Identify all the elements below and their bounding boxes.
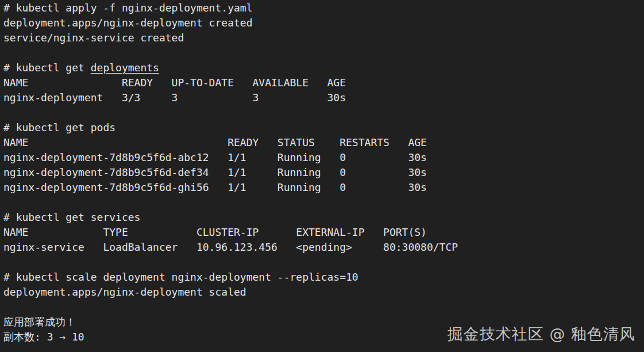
output-deployment-created: deployment.apps/nginx-deployment created (3, 16, 644, 30)
output-service-created: service/nginx-service created (3, 30, 644, 45)
watermark: 掘金技术社区 @ 釉色清风 (448, 324, 635, 345)
services-table-header: NAME TYPE CLUSTER-IP EXTERNAL-IP PORT(S) (3, 225, 644, 240)
command-apply: # kubectl apply -f nginx-deployment.yaml (3, 1, 644, 16)
blank-line (3, 195, 644, 210)
blank-line (3, 300, 644, 315)
services-table-row: nginx-service LoadBalancer 10.96.123.456… (3, 240, 644, 255)
command-get-deployments: # kubectl get deployments (3, 60, 644, 75)
output-deployment-scaled: deployment.apps/nginx-deployment scaled (3, 285, 644, 300)
deployments-table-header: NAME READY UP-TO-DATE AVAILABLE AGE (3, 75, 644, 90)
blank-line (3, 255, 644, 270)
pods-table-row: nginx-deployment-7d8b9c5f6d-abc12 1/1 Ru… (3, 150, 644, 165)
pods-table-row: nginx-deployment-7d8b9c5f6d-ghi56 1/1 Ru… (3, 180, 644, 195)
blank-line (3, 105, 644, 120)
blank-line (3, 45, 644, 60)
terminal-window[interactable]: # kubectl apply -f nginx-deployment.yaml… (3, 1, 644, 345)
command-scale: # kubectl scale deployment nginx-deploym… (3, 270, 644, 285)
command-get-pods: # kubectl get pods (3, 120, 644, 135)
deployments-table-row: nginx-deployment 3/3 3 3 30s (3, 90, 644, 105)
pods-table-row: nginx-deployment-7d8b9c5f6d-def34 1/1 Ru… (3, 165, 644, 180)
command-get-services: # kubectl get services (3, 210, 644, 225)
pods-table-header: NAME READY STATUS RESTARTS AGE (3, 135, 644, 150)
deployments-link[interactable]: deployments (91, 62, 159, 74)
command-prefix: # kubectl get (3, 62, 91, 74)
